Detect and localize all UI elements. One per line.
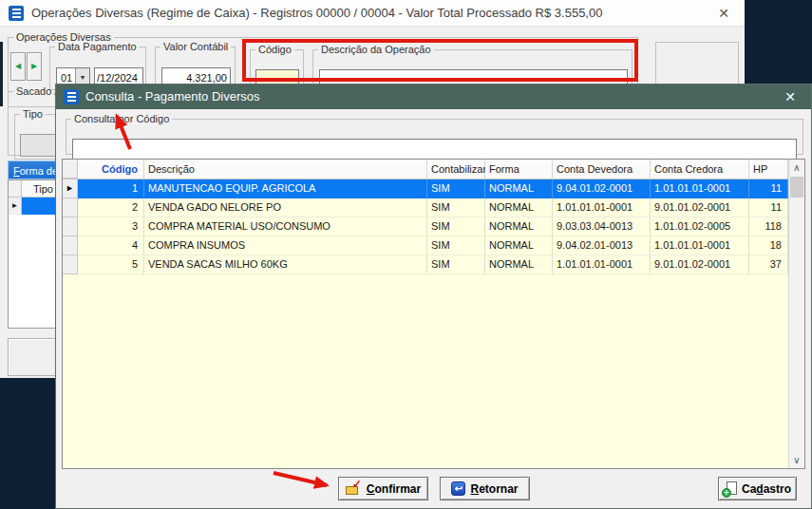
dialog-title: Consulta - Pagamento Diversos [85,85,260,109]
cell-descricao[interactable]: VENDA GADO NELORE PO [144,198,427,217]
cell-devedora[interactable]: 9.04.02.01-0013 [553,236,651,255]
forma-header-key: F [13,165,20,177]
table-row[interactable]: 4COMPRA INSUMOSSIMNORMAL9.04.02.01-00131… [63,236,788,255]
cell-contabilizar[interactable]: SIM [427,255,485,274]
check-icon: ✓ [352,479,362,490]
cadastro-button[interactable]: + Cadastro [718,477,797,500]
mini-marker-header [9,180,22,197]
scroll-up-icon[interactable]: ∧ [789,160,804,176]
cell-codigo[interactable]: 5 [78,255,144,274]
cell-hp[interactable]: 11 [749,198,788,217]
consulta-codigo-label: Consulta por Código [71,113,172,124]
cell-forma[interactable]: NORMAL [485,198,553,217]
group-consulta-codigo: Consulta por Código [66,113,803,155]
group-extra [655,42,739,87]
row-marker: ► [63,179,78,198]
column-header-credora[interactable]: Conta Credora [651,160,749,179]
column-header-contabilizar[interactable]: Contabilizar [427,160,485,179]
dialog-close-icon[interactable]: ✕ [781,85,800,109]
new-record-icon: + [724,481,737,496]
dialog-titlebar: Consulta - Pagamento Diversos ✕ [56,85,811,109]
return-icon: ↩ [451,481,465,496]
main-close-icon[interactable]: ✕ [712,0,735,27]
marker-column-header [63,160,78,179]
retornar-button[interactable]: ↩ Retornar [440,477,530,500]
scrollbar-thumb[interactable] [790,177,803,198]
main-titlebar: Operações Diversas (Regime de Caixa) - R… [0,0,745,27]
prev-record-button[interactable]: ◀ [10,52,26,81]
cell-hp[interactable]: 11 [749,179,788,198]
valor-contabil-label: Valor Contábil [161,41,231,52]
cell-hp[interactable]: 37 [749,255,788,274]
cell-codigo[interactable]: 3 [78,217,144,236]
app-icon [9,6,24,21]
confirmar-label: Confirmar [367,482,421,496]
desktop: { "colors": { "desktop_bg": "#0c1f33", "… [0,0,812,509]
cell-descricao[interactable]: VENDA SACAS MILHO 60KG [144,255,427,274]
cell-credora[interactable]: 1.01.01.01-0001 [651,236,749,255]
cell-devedora[interactable]: 1.01.01.01-0001 [553,255,651,274]
tipo-label: Tipo [20,108,46,120]
main-window-title: Operações Diversas (Regime de Caixa) - R… [31,0,602,27]
table-row[interactable]: ►1MANUTENCAO EQUIP. AGRICOLASIMNORMAL9.0… [63,179,788,198]
cell-forma[interactable]: NORMAL [485,236,553,255]
cell-hp[interactable]: 118 [749,217,788,236]
cell-contabilizar[interactable]: SIM [427,236,485,255]
confirm-icon: ✓ [346,481,362,496]
row-marker [63,217,78,236]
cell-credora[interactable]: 9.01.01.02-0001 [651,198,749,217]
cell-forma[interactable]: NORMAL [485,217,553,236]
column-header-forma[interactable]: Forma [485,160,553,179]
cell-forma[interactable]: NORMAL [485,255,553,274]
next-record-button[interactable]: ▶ [27,52,42,81]
column-header-devedora[interactable]: Conta Devedora [553,160,651,179]
vertical-scrollbar[interactable]: ∧ ∨ [788,160,804,468]
table-row[interactable]: 5VENDA SACAS MILHO 60KGSIMNORMAL1.01.01.… [63,255,788,274]
column-header-descricao[interactable]: Descrição [144,160,427,179]
retornar-label: Retornar [470,482,518,496]
row-marker [63,255,78,274]
table-row[interactable]: 3COMPRA MATERIAL USO/CONSUMOSIMNORMAL9.0… [63,217,788,236]
cell-descricao[interactable]: COMPRA INSUMOS [144,236,427,255]
plus-icon: + [722,488,731,498]
forma-header-rest: orma de [20,165,58,177]
cell-descricao[interactable]: MANUTENCAO EQUIP. AGRICOLA [144,179,427,198]
grid-body: ►1MANUTENCAO EQUIP. AGRICOLASIMNORMAL9.0… [63,179,788,274]
form-glyph [67,92,76,102]
form-glyph [12,9,21,18]
cell-devedora[interactable]: 1.01.01.01-0001 [553,198,651,217]
grid-header: CódigoDescriçãoContabilizarFormaConta De… [63,160,788,179]
cell-credora[interactable]: 1.01.01.02-0005 [651,217,749,236]
cell-forma[interactable]: NORMAL [485,179,553,198]
row-pointer-icon: ► [9,198,22,215]
cell-contabilizar[interactable]: SIM [427,179,485,198]
consulta-dialog: Consulta - Pagamento Diversos ✕ Consulta… [55,84,812,509]
record-navigator: ◀ ▶ [10,52,44,81]
cell-codigo[interactable]: 4 [78,236,144,255]
operations-grid: CódigoDescriçãoContabilizarFormaConta De… [62,159,805,469]
cell-devedora[interactable]: 9.03.03.04-0013 [553,217,651,236]
cell-contabilizar[interactable]: SIM [427,217,485,236]
cell-credora[interactable]: 1.01.01.01-0001 [651,179,749,198]
cell-codigo[interactable]: 2 [78,198,144,217]
annotation-rectangle [242,39,638,82]
cell-contabilizar[interactable]: SIM [427,198,485,217]
cell-codigo[interactable]: 1 [78,179,144,198]
column-header-codigo[interactable]: Código [78,160,144,179]
dialog-icon [64,89,79,104]
table-row[interactable]: 2VENDA GADO NELORE POSIMNORMAL1.01.01.01… [63,198,788,217]
row-marker [63,198,78,217]
row-marker [63,236,78,255]
cell-credora[interactable]: 9.01.01.02-0001 [651,255,749,274]
cell-descricao[interactable]: COMPRA MATERIAL USO/CONSUMO [144,217,427,236]
search-input[interactable] [72,139,797,160]
prev-arrow-icon: ◀ [15,63,21,70]
cell-hp[interactable]: 18 [749,236,788,255]
cell-devedora[interactable]: 9.04.01.02-0001 [553,179,651,198]
confirmar-button[interactable]: ✓ Confirmar [338,477,428,500]
data-pagamento-label: Data Pagamento [55,41,140,52]
column-header-hp[interactable]: HP [749,160,788,179]
next-arrow-icon: ▶ [31,63,37,70]
window-edge [0,42,3,106]
scroll-down-icon[interactable]: ∨ [789,452,804,468]
